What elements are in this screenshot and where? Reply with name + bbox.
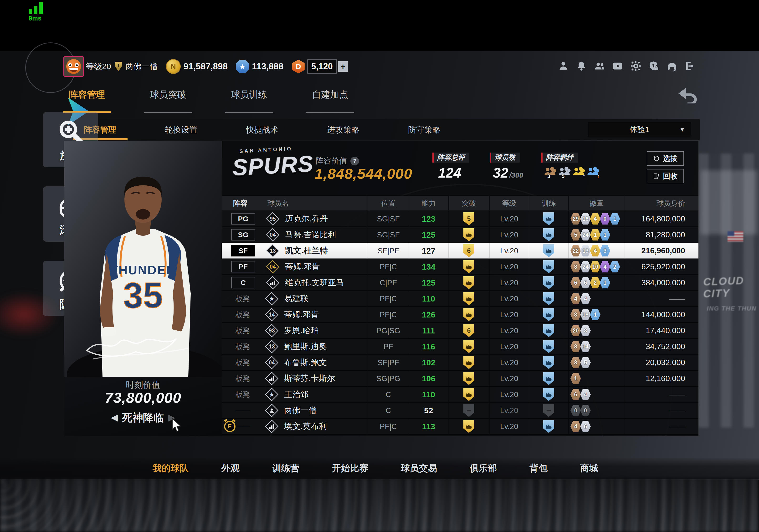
team-logo: SAN ANTONIO SPURS	[231, 145, 302, 192]
bottom-nav-3[interactable]: 训练营	[272, 462, 300, 474]
main-tab-4[interactable]: 自建加点	[306, 89, 354, 113]
lineup-bonds: 35↑↑	[544, 166, 600, 179]
bottom-nav-8[interactable]: 商城	[580, 462, 598, 474]
profile-icon[interactable]	[558, 60, 569, 71]
mouse-cursor	[171, 418, 182, 434]
add-currency-button[interactable]: +	[338, 61, 348, 72]
bench-label: 板凳	[231, 326, 254, 336]
badge-silver: 24	[580, 229, 591, 241]
player-ability: 110	[422, 390, 435, 399]
refresh-icon	[653, 155, 660, 162]
table-row[interactable]: 板凳13鲍里斯.迪奥PF116Lv.2031434,752,000	[222, 339, 699, 355]
security-icon[interactable]	[648, 60, 659, 71]
team-name: SPURS	[232, 151, 302, 181]
bottom-nav-7[interactable]: 背包	[530, 462, 547, 474]
table-row[interactable]: 板凳93罗恩.哈珀PG|SG1116Lv.2020817,440,000	[222, 323, 699, 339]
bottom-nav-4[interactable]: 开始比赛	[332, 462, 368, 474]
player-level: Lv.20	[500, 231, 518, 239]
training-badge	[543, 260, 554, 273]
settings-icon[interactable]	[630, 60, 641, 71]
currency-coins[interactable]: N 91,587,898	[166, 59, 228, 74]
player-ability: 125	[422, 230, 435, 240]
player-ability: 116	[422, 342, 435, 351]
badge-blue: 1	[600, 277, 610, 288]
diamond-value: 5,120	[307, 59, 337, 74]
username: 两佛一僧	[125, 61, 158, 72]
svg-text:THUNDER: THUNDER	[110, 263, 176, 277]
player-level: Lv.20	[500, 358, 518, 367]
bond-gold-icon: ↑	[573, 166, 586, 179]
select-button[interactable]: 选拔	[647, 151, 684, 166]
roster-panel: SAN ANTONIO SPURS 阵容价值 ? 1,848,544,000 阵…	[222, 141, 699, 436]
bench-label: 板凳	[231, 342, 254, 352]
main-tab-2[interactable]: 球员突破	[144, 89, 192, 113]
breakthrough-badge	[463, 420, 474, 433]
player-moment-icon: 14	[265, 308, 278, 321]
table-row[interactable]: 板凳★王治郅C110Lv.2064——	[222, 387, 699, 403]
lineup-select-dropdown[interactable]: 体验1 ▼	[588, 122, 691, 137]
player-price: 625,920,000	[641, 262, 685, 271]
main-tab-3[interactable]: 球员训练	[225, 89, 273, 113]
bond-blue-icon: ↑	[587, 166, 600, 179]
player-price: ——	[669, 422, 685, 431]
currency-diamonds[interactable]: D 5,120 +	[292, 59, 348, 74]
svg-text:35: 35	[123, 275, 163, 315]
player-name: 蒂姆.邓肯	[285, 261, 320, 272]
player-count-value: 32/300	[493, 165, 523, 181]
table-row[interactable]: SG04马努.吉诺比利SG|SF125Lv.205241181,280,000	[222, 227, 699, 243]
bottom-nav-1[interactable]: 我的球队	[153, 462, 189, 474]
sub-tab-4[interactable]: 进攻策略	[325, 119, 361, 140]
avatar[interactable]	[63, 56, 84, 77]
col-training: 训练	[529, 196, 568, 210]
help-icon[interactable]: ?	[350, 157, 359, 166]
support-icon[interactable]	[666, 60, 677, 71]
notifications-icon[interactable]	[576, 60, 587, 71]
table-row[interactable]: 板凳斯蒂芬.卡斯尔SG|PG106Lv.20112,160,000	[222, 371, 699, 387]
bottom-nav-2[interactable]: 外观	[221, 462, 240, 474]
training-badge	[543, 228, 554, 241]
sub-tab-2[interactable]: 轮换设置	[163, 119, 199, 140]
bond-silver-icon: 5	[558, 166, 572, 179]
table-row[interactable]: ——两佛一僧C52Lv.2000——	[222, 403, 699, 419]
player-price: ——	[669, 406, 685, 415]
prev-moment-arrow[interactable]: ◀	[111, 412, 118, 423]
main-tab-1[interactable]: 阵容管理	[63, 89, 111, 113]
training-badge	[543, 276, 554, 289]
player-position: SG|SF	[377, 231, 400, 239]
sub-tab-3[interactable]: 快捷战术	[244, 119, 280, 140]
table-row[interactable]: PG95迈克尔.乔丹SG|SF1235Lv.202916401164,800,0…	[222, 211, 699, 227]
badge-bronze: 3	[571, 341, 581, 352]
player-level: Lv.20	[500, 310, 518, 319]
player-name: 布鲁斯.鲍文	[284, 357, 327, 368]
table-row[interactable]: C维克托.文班亚马C|PF125Lv.206621384,000,000	[222, 275, 699, 291]
video-icon[interactable]	[612, 60, 623, 71]
us-flag	[728, 231, 743, 242]
main-tab-bar: 阵容管理球员突破球员训练自建加点	[63, 89, 387, 113]
bottom-nav-6[interactable]: 俱乐部	[470, 462, 497, 474]
currency-stars[interactable]: ★ 113,888	[236, 60, 283, 73]
table-row[interactable]: SF13凯文.杜兰特SF|PF1276Lv.20221343216,960,00…	[222, 243, 699, 259]
badge-blue: 2	[610, 261, 620, 272]
user-level: 等级20	[86, 61, 111, 72]
player-ability: 102	[422, 358, 435, 367]
back-button[interactable]	[676, 86, 699, 103]
friends-icon[interactable]	[594, 60, 605, 71]
table-row[interactable]: 板凳14蒂姆.邓肯PF|C126Lv.203181144,000,000	[222, 307, 699, 323]
recycle-button[interactable]: 回收	[647, 169, 684, 183]
star-coin-icon: ★	[236, 60, 249, 73]
roster-header: SAN ANTONIO SPURS 阵容价值 ? 1,848,544,000 阵…	[222, 141, 699, 196]
badge-silver: 13	[580, 245, 591, 256]
breakthrough-badge: 6	[463, 244, 474, 257]
sub-tab-5[interactable]: 防守策略	[406, 119, 442, 140]
breakthrough-badge	[463, 404, 474, 417]
table-row[interactable]: PF04蒂姆.邓肯PF|C134Lv.203241042625,920,000	[222, 259, 699, 275]
exit-icon[interactable]	[685, 60, 696, 71]
bottom-nav-5[interactable]: 球员交易	[401, 462, 437, 474]
table-row[interactable]: 板凳★易建联PF|C110Lv.2044——	[222, 291, 699, 307]
table-row[interactable]: 板凳04布鲁斯.鲍文SF|PF102Lv.203520,032,000	[222, 355, 699, 371]
table-row[interactable]: ——埃文.莫布利EPF|C113Lv.2046——	[222, 419, 699, 435]
player-position: SG|SF	[377, 214, 400, 223]
player-price: 216,960,000	[641, 246, 685, 255]
breakthrough-badge	[463, 260, 474, 273]
position-tag: C	[231, 277, 255, 288]
